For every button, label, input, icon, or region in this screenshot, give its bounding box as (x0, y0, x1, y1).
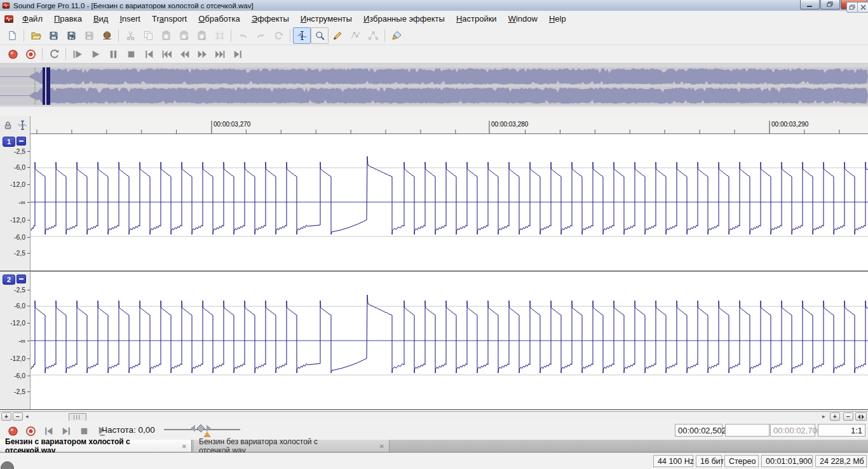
document-tab-1[interactable]: Бензин с вариатором холостой с отсечкой.… (0, 440, 192, 452)
app-menu-icon[interactable] (4, 14, 14, 24)
scroll-right-arrow[interactable]: ▸ (822, 413, 825, 419)
menu-item-настройки[interactable]: Настройки (451, 11, 503, 27)
file-overview-waveform[interactable] (0, 64, 868, 107)
channel-1-minimize-badge[interactable] (17, 137, 26, 146)
overview-spacer (0, 107, 868, 116)
loop-button[interactable] (45, 46, 63, 62)
menu-item-transport[interactable]: Transport (146, 11, 193, 27)
db-scale-label: -12,0 (0, 216, 25, 224)
db-scale-tick (27, 151, 30, 152)
save-all-icon (84, 31, 95, 41)
db-scale-label: -2,5 (0, 388, 25, 395)
channel-1-waveform[interactable] (31, 134, 868, 271)
db-scale-tick (27, 341, 30, 341)
go-end-icon (60, 426, 72, 437)
menu-item-обработка[interactable]: Обработка (193, 11, 246, 27)
channel-2-area[interactable]: 2-2,5-6,0-12,0-∞-12,0-6,0-2,5 (0, 272, 868, 410)
go-end-icon (232, 49, 244, 60)
db-scale-label: -2,5 (0, 147, 25, 155)
rate-label: Частота: 0,00 (102, 425, 155, 435)
ff-to-end-button[interactable] (211, 46, 229, 62)
save-button[interactable] (44, 27, 62, 44)
open-folder-button[interactable] (27, 27, 44, 44)
pencil-button[interactable] (329, 27, 346, 44)
play-all-button[interactable] (69, 46, 86, 62)
save-all-button (80, 27, 98, 44)
save-as-button[interactable]: ? (62, 27, 80, 44)
status-bar: 44 100 Hz16 битСтерео00:01:01,90024 228,… (0, 452, 868, 469)
selection-end-display[interactable]: 00:00:02,706 (770, 424, 815, 437)
db-scale-tick (27, 376, 30, 376)
menu-item-файл[interactable]: Файл (17, 11, 48, 27)
selection-start-display[interactable] (725, 424, 770, 437)
envelope-tool-button (346, 27, 364, 44)
record-icon (7, 426, 19, 437)
zoom-ratio-display[interactable]: 1:1 (818, 424, 865, 437)
zoom-out-time-button[interactable]: − (13, 412, 23, 421)
play-button[interactable] (86, 46, 104, 62)
channel-2-waveform[interactable] (31, 272, 868, 409)
menu-item-избранные-эффекты[interactable]: Избранные эффекты (358, 11, 451, 27)
forward-button[interactable] (193, 46, 211, 62)
channel-1-area[interactable]: 1-2,5-6,0-12,0-∞-12,0-6,0-2,5 (0, 134, 868, 271)
magnify-button[interactable] (311, 27, 329, 44)
mdi-close-button[interactable] (857, 2, 868, 13)
go-end-button[interactable] (229, 46, 247, 62)
db-scale-label: -∞ (0, 337, 25, 344)
menu-item-insert[interactable]: Insert (114, 11, 146, 27)
time-ruler[interactable]: 00:00:03,27000:00:03,28000:00:03,290 (31, 116, 868, 134)
zoom-out-level-button[interactable]: − (843, 412, 853, 421)
rew-to-start-button[interactable] (158, 46, 175, 62)
pause-button[interactable] (104, 46, 122, 62)
record-remote-icon (25, 49, 37, 60)
channel-1-badge[interactable]: 1 (3, 137, 15, 147)
channel-2-badge[interactable]: 2 (3, 275, 15, 285)
horizontal-scroll-zoom-bar: + − ◂ ▸ + − (0, 411, 868, 421)
db-scale-label: -6,0 (0, 163, 25, 171)
paint-button[interactable] (388, 27, 405, 44)
mdi-restore-button[interactable] (846, 2, 858, 13)
title-bar: Sound Forge Pro 11.0 - [Бензин с вариато… (0, 0, 868, 11)
zoom-in-level-button[interactable]: + (830, 412, 840, 421)
cursor-position-display[interactable]: 00:00:02,502 (675, 424, 722, 437)
publish-button[interactable] (98, 27, 116, 44)
edit-cursor-icon[interactable] (17, 120, 28, 130)
toolbar-separator (65, 48, 66, 60)
zoom-in-time-button[interactable]: + (1, 412, 11, 421)
menu-item-вид[interactable]: Вид (88, 11, 114, 27)
cut-button (121, 27, 139, 44)
menu-item-help[interactable]: Help (543, 11, 572, 27)
record-remote-button[interactable] (22, 46, 39, 62)
menu-item-эффекты[interactable]: Эффекты (246, 11, 295, 27)
menu-item-инструменты[interactable]: Инструменты (295, 11, 358, 27)
menu-item-правка[interactable]: Правка (48, 11, 88, 27)
publish-icon (102, 31, 112, 41)
main-toolbar: ? (0, 27, 868, 45)
go-start-button[interactable] (140, 46, 158, 62)
db-scale-tick (27, 237, 30, 238)
go-start-icon (43, 426, 55, 437)
record-button[interactable] (4, 46, 22, 62)
zoom-fit-button[interactable] (855, 412, 867, 421)
document-tab-2[interactable]: Бензин без вариатора холостой с отсечкой… (194, 440, 390, 452)
new-file-button[interactable] (3, 27, 21, 44)
trim-button (210, 27, 228, 44)
menu-item-window[interactable]: Window (503, 11, 543, 27)
tab-close-icon[interactable]: × (376, 442, 384, 450)
window-title: Sound Forge Pro 11.0 - [Бензин с вариато… (13, 2, 254, 10)
db-scale-label: -12,0 (0, 180, 25, 188)
scroll-left-arrow[interactable]: ◂ (25, 413, 29, 419)
tab-close-icon[interactable]: × (179, 442, 186, 450)
go-start-icon (143, 49, 155, 60)
lock-icon[interactable] (3, 121, 13, 130)
edit-tool-button[interactable] (293, 27, 311, 44)
rewind-button[interactable] (175, 46, 193, 62)
restore-button[interactable] (820, 0, 840, 10)
minimize-button[interactable] (800, 0, 820, 10)
db-scale-tick (27, 323, 30, 323)
channel-2-minimize-badge[interactable] (17, 275, 26, 283)
rewind-icon (179, 49, 191, 60)
toolbar-separator (118, 29, 119, 42)
bit-depth-field: 16 бит (696, 455, 722, 467)
stop-button[interactable] (122, 46, 140, 62)
